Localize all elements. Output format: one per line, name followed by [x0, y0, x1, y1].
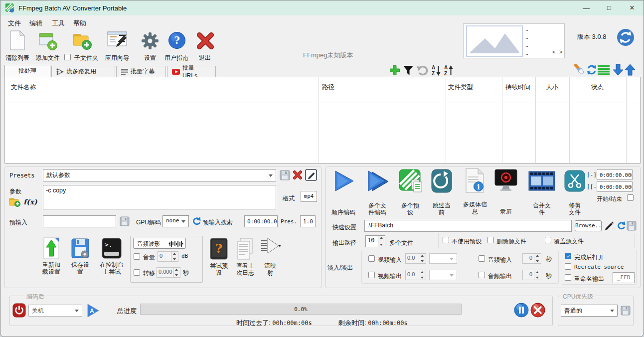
preset-version-input[interactable]: 1.0 [300, 215, 316, 227]
tab-multiplex[interactable]: 流多路复用 [51, 66, 115, 77]
col-header-size[interactable]: 大小 [546, 83, 558, 92]
close-button[interactable]: ✕ [621, 0, 644, 15]
edit-preset-icon[interactable] [305, 169, 317, 181]
filter-icon[interactable] [402, 65, 414, 76]
trim-end-input[interactable]: 0:00:00.000 [597, 181, 633, 192]
audio-fade-in-spinner[interactable]: 0 [522, 253, 541, 264]
view-log-button[interactable]: 查看上次日志 [233, 236, 258, 285]
fx-variables-icon[interactable]: f(x) [23, 198, 37, 206]
power-icon[interactable] [12, 303, 26, 318]
sequential-encode-button[interactable]: 顺序编码 [327, 169, 359, 218]
subfolders-checkbox[interactable] [64, 54, 71, 60]
preview-next-button[interactable]: > [559, 49, 562, 55]
start-end-checkbox[interactable] [627, 194, 634, 201]
save-pre-input-icon[interactable] [120, 216, 130, 226]
preview-prev-button[interactable]: < [552, 49, 555, 55]
params-textarea[interactable]: -c copy [43, 185, 276, 209]
clean-brush-icon[interactable] [574, 64, 586, 76]
tab-urls[interactable]: 批量 URLs [167, 66, 216, 77]
volume-spinner[interactable]: 0 [158, 251, 178, 262]
try-console-button[interactable]: >. 在控制台上尝试 [97, 236, 126, 285]
rename-suffix-input[interactable]: _FFB [613, 272, 635, 283]
save-path-icon[interactable] [627, 221, 637, 231]
pause-button[interactable] [514, 303, 529, 318]
menu-help[interactable]: 帮助 [73, 19, 86, 28]
format-input[interactable]: mp4 [301, 191, 317, 202]
video-fade-in-checkbox[interactable] [368, 255, 375, 262]
video-fade-out-spinner[interactable]: 0.0 [405, 270, 426, 280]
move-up-icon[interactable] [625, 64, 636, 76]
reset-path-icon[interactable] [617, 221, 626, 230]
audio-waveform-button[interactable]: 音频波形 [133, 238, 186, 249]
no-preset-checkbox[interactable] [443, 237, 449, 243]
clear-list-button[interactable]: 清除列表 [3, 30, 32, 60]
update-check-icon[interactable] [617, 28, 635, 46]
rename-output-checkbox[interactable] [565, 274, 571, 281]
multi-preset-button[interactable]: 多个预设 [398, 168, 423, 218]
preset-select[interactable]: 默认参数 [43, 169, 276, 181]
list-view-icon[interactable] [598, 65, 610, 75]
shift-spinner[interactable]: 0.000 [157, 267, 180, 278]
audio-fade-in-checkbox[interactable] [479, 255, 485, 262]
col-header-duration[interactable]: 持续时间 [505, 83, 530, 92]
pre-input-search-time[interactable]: 0:00:00.00 [244, 215, 278, 227]
sort-az-asc-icon[interactable]: A Z [444, 64, 454, 76]
undo-icon[interactable] [416, 65, 429, 76]
video-fade-out-checkbox[interactable] [368, 272, 375, 278]
col-header-filename[interactable]: 文件名称 [11, 83, 36, 92]
edit-path-icon[interactable] [604, 220, 614, 230]
menu-edit[interactable]: 编辑 [29, 19, 42, 28]
cancel-button[interactable] [530, 303, 545, 318]
menu-tools[interactable]: 工具 [52, 19, 65, 28]
app-wizard-button[interactable]: 应用向导 [102, 30, 133, 60]
browse-button[interactable]: Browse.. [575, 220, 602, 231]
multi-count-spinner[interactable]: 10 [365, 235, 385, 247]
shift-checkbox[interactable] [134, 269, 140, 276]
video-fade-in-spinner[interactable]: 0.0 [405, 253, 426, 264]
delete-preset-icon[interactable] [293, 170, 303, 180]
col-header-filetype[interactable]: 文件类型 [448, 83, 473, 92]
pre-input-field[interactable] [43, 215, 116, 227]
merge-files-button[interactable]: 合并文件 [528, 169, 556, 218]
audio-fade-out-spinner[interactable]: 0 [522, 270, 541, 280]
video-fade-in-select[interactable] [429, 253, 457, 264]
skip-current-button[interactable]: 跳过当前 [430, 168, 453, 218]
seek-refresh-icon[interactable] [192, 216, 201, 225]
add-folder-param-icon[interactable] [9, 196, 21, 207]
move-down-icon[interactable] [613, 64, 624, 76]
save-settings-button[interactable]: 保存设置 [69, 236, 91, 285]
volume-checkbox[interactable] [134, 253, 140, 260]
gpu-decode-select[interactable]: none [162, 215, 189, 227]
refresh-list-icon[interactable] [586, 64, 597, 75]
minimize-button[interactable]: — [575, 0, 598, 15]
maximize-button[interactable]: □ [598, 0, 621, 15]
add-files-button[interactable]: 添加文件 [33, 30, 62, 60]
cpu-priority-select[interactable]: 普通的 [561, 305, 618, 317]
trim-start-input[interactable]: 0:00:00.000 [597, 169, 633, 180]
open-when-done-checkbox[interactable] [565, 253, 571, 259]
video-fade-out-select[interactable] [429, 270, 457, 280]
file-list-table[interactable]: 文件名称 路径 文件类型 持续时间 大小 状态 [4, 77, 641, 164]
save-preset-icon[interactable] [280, 170, 290, 180]
add-row-icon[interactable] [389, 65, 400, 76]
save-priority-icon[interactable] [621, 306, 631, 316]
overwrite-source-checkbox[interactable] [545, 237, 551, 243]
sort-az-desc-icon[interactable]: A Z [431, 64, 441, 76]
reload-settings-button[interactable]: 重新加载设置 [35, 236, 67, 285]
tab-subtitles[interactable]: 批量字幕 [116, 66, 166, 77]
screen-record-button[interactable]: 录屏 [494, 168, 518, 218]
settings-button[interactable]: 设置 [139, 30, 161, 60]
recreate-source-checkbox[interactable] [565, 263, 571, 270]
stream-map-button[interactable]: 流映射 [259, 235, 282, 285]
menu-file[interactable]: 文件 [8, 19, 21, 28]
user-guide-button[interactable]: ? 用户指南 [162, 30, 191, 60]
tab-batch[interactable]: 批处理 [4, 65, 50, 77]
col-header-path[interactable]: 路径 [322, 83, 334, 92]
multi-file-encode-button[interactable]: 多个文件编码 [364, 169, 390, 218]
delete-source-checkbox[interactable] [487, 237, 494, 243]
shutdown-select[interactable]: 关机 [28, 305, 82, 317]
media-info-button[interactable]: i 多媒体信息 [461, 167, 489, 218]
output-folder-input[interactable]: .\FFBatch [364, 220, 572, 232]
trim-files-button[interactable]: 修剪文件 [563, 169, 587, 218]
try-preset-button[interactable]: ? 尝试预设 [206, 236, 231, 285]
